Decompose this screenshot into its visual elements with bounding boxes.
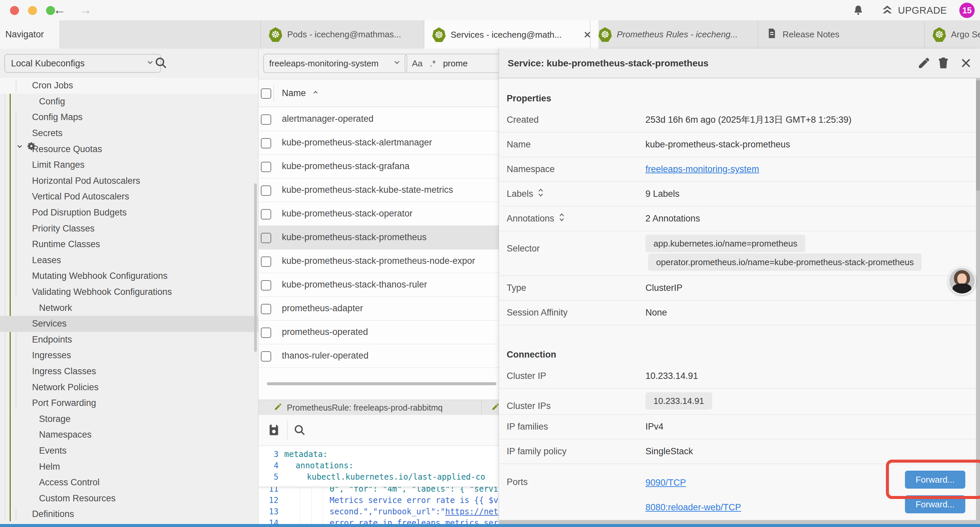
sidebar-item-validating-webhook-configurations[interactable]: Validating Webhook Configurations bbox=[0, 284, 258, 300]
sidebar-item-storage[interactable]: Storage bbox=[0, 411, 258, 427]
sidebar-item-ingress-classes[interactable]: Ingress Classes bbox=[0, 363, 258, 380]
row-checkbox[interactable] bbox=[261, 138, 271, 148]
table-row[interactable]: kube-prometheus-stack-thanos-ruler bbox=[259, 273, 499, 297]
regex-toggle[interactable]: .* bbox=[430, 58, 436, 69]
editor-search-icon[interactable] bbox=[293, 424, 306, 436]
table-row[interactable]: kube-prometheus-stack-alertmanager bbox=[259, 131, 499, 155]
traffic-light-minimize-button[interactable] bbox=[28, 6, 37, 15]
sidebar-item-cron-jobs[interactable]: Cron Jobs bbox=[0, 78, 258, 94]
sidebar-search-icon[interactable] bbox=[154, 56, 167, 69]
sidebar-item-pod-disruption-budgets[interactable]: Pod Disruption Budgets bbox=[0, 205, 258, 221]
sidebar-item-ingresses[interactable]: Ingresses bbox=[0, 347, 258, 363]
close-icon[interactable] bbox=[960, 57, 972, 69]
sidebar-item-mutating-webhook-configurations[interactable]: Mutating Webhook Configurations bbox=[0, 268, 258, 284]
window-tab-2[interactable]: ☸Services - icecheng@math... bbox=[424, 20, 598, 49]
sidebar-item-priority-classes[interactable]: Priority Classes bbox=[0, 220, 258, 236]
list-search-input[interactable]: Aa .* prome bbox=[405, 54, 499, 73]
sidebar-item-label: Config bbox=[39, 96, 65, 107]
sticky-scroll-block: 3metadata:4annotations:5kubectl.kubernet… bbox=[259, 446, 499, 487]
service-name: prometheus-adapter bbox=[282, 303, 363, 314]
sidebar-item-access-control[interactable]: Access Control bbox=[0, 474, 258, 490]
table-row[interactable]: prometheus-adapter bbox=[259, 296, 499, 320]
delete-trash-icon[interactable] bbox=[937, 57, 950, 69]
tab-label: Argo Se bbox=[951, 29, 980, 40]
upgrade-button[interactable]: UPGRADE bbox=[881, 4, 947, 17]
sidebar-item-limit-ranges[interactable]: Limit Ranges bbox=[0, 157, 258, 173]
sidebar-item-leases[interactable]: Leases bbox=[0, 253, 258, 269]
table-row[interactable]: kube-prometheus-stack-operator bbox=[259, 202, 499, 226]
expand-toggle-icon[interactable] bbox=[558, 213, 565, 224]
sidebar-item-vertical-pod-autoscalers[interactable]: Vertical Pod Autoscalers bbox=[0, 189, 258, 205]
user-avatar[interactable] bbox=[948, 267, 976, 295]
port-link[interactable]: 8080:reloader-web/TCP bbox=[646, 502, 741, 513]
sidebar-scrollbar[interactable] bbox=[254, 183, 257, 352]
horizontal-scrollbar[interactable] bbox=[267, 382, 496, 385]
row-checkbox[interactable] bbox=[261, 351, 271, 361]
notifications-bell-icon[interactable] bbox=[853, 5, 864, 16]
row-checkbox[interactable] bbox=[261, 256, 271, 267]
expand-toggle-icon[interactable] bbox=[538, 188, 544, 200]
row-checkbox[interactable] bbox=[261, 328, 271, 338]
property-label: Cluster IPs bbox=[507, 401, 551, 411]
service-name: kube-prometheus-stack-thanos-ruler bbox=[282, 280, 427, 290]
table-row[interactable]: prometheus-operated bbox=[259, 320, 499, 344]
window-tab-5[interactable]: ☸Argo Se bbox=[924, 20, 980, 49]
edit-pencil-icon[interactable] bbox=[918, 57, 930, 69]
name-column-header[interactable]: Name bbox=[282, 80, 319, 107]
editor-tab-prometheusrule[interactable]: PrometheusRule: freeleaps-prod-rabbitmq bbox=[268, 400, 482, 415]
property-label-text: Type bbox=[507, 283, 527, 293]
traffic-light-close-button[interactable] bbox=[10, 6, 19, 15]
back-arrow-icon[interactable]: ← bbox=[53, 2, 66, 18]
property-label-text: Name bbox=[507, 139, 531, 150]
kubeconfig-selector[interactable]: Local Kubeconfigs bbox=[4, 54, 161, 73]
editor-tab-partial[interactable] bbox=[485, 400, 499, 415]
window-tab-1[interactable]: ☸Pods - icecheng@mathmas... bbox=[261, 20, 432, 49]
sidebar-item-namespaces[interactable]: Namespaces bbox=[0, 427, 258, 443]
table-row[interactable]: alertmanager-operated bbox=[259, 107, 499, 131]
sidebar-item-helm[interactable]: Helm bbox=[0, 459, 258, 474]
table-row[interactable]: thanos-ruler-operated bbox=[259, 344, 499, 368]
detail-scrollbar-thumb[interactable] bbox=[976, 80, 980, 191]
namespace-filter-dropdown[interactable]: freeleaps-monitoring-system bbox=[263, 54, 407, 73]
table-row[interactable]: kube-prometheus-stack-grafana bbox=[259, 154, 499, 178]
table-row[interactable]: kube-prometheus-stack-prometheus bbox=[259, 226, 499, 250]
sidebar-item-definitions[interactable]: Definitions bbox=[0, 506, 258, 522]
window-tab-4[interactable]: Release Notes bbox=[758, 20, 932, 49]
sidebar-item-label: Leases bbox=[32, 255, 61, 266]
sidebar-item-resource-quotas[interactable]: Resource Quotas bbox=[0, 141, 258, 157]
namespace-link[interactable]: freeleaps-monitoring-system bbox=[646, 164, 759, 174]
sidebar-item-port-forwarding[interactable]: Port Forwarding bbox=[0, 395, 258, 411]
sidebar-item-horizontal-pod-autoscalers[interactable]: Horizontal Pod Autoscalers bbox=[0, 173, 258, 189]
code-line: second.","runbook_url":"https://net bbox=[329, 506, 498, 517]
row-checkbox[interactable] bbox=[261, 209, 271, 220]
sidebar-item-config-maps[interactable]: Config Maps bbox=[0, 110, 258, 126]
window-tab-3[interactable]: ☸Prometheus Rules - icecheng... bbox=[590, 20, 766, 49]
notification-count-badge[interactable]: 15 bbox=[959, 3, 975, 18]
code-link[interactable]: https://net bbox=[445, 507, 498, 516]
row-checkbox[interactable] bbox=[261, 280, 271, 291]
port-link[interactable]: 9090/TCP bbox=[646, 478, 686, 488]
sidebar-item-services[interactable]: Services bbox=[0, 316, 258, 332]
forward-arrow-icon[interactable]: → bbox=[80, 2, 92, 18]
table-row[interactable]: kube-prometheus-stack-kube-state-metrics bbox=[259, 178, 499, 202]
service-name: kube-prometheus-stack-prometheus-node-ex… bbox=[282, 256, 475, 266]
row-checkbox[interactable] bbox=[261, 233, 271, 243]
sidebar-item-secrets[interactable]: Secrets bbox=[0, 126, 258, 142]
row-checkbox[interactable] bbox=[261, 115, 271, 125]
save-icon[interactable] bbox=[267, 424, 280, 436]
sidebar-item-custom-resources[interactable]: Custom Resources bbox=[0, 490, 258, 507]
yaml-editor[interactable]: 110", "for": "4m", "labels": { "service"… bbox=[259, 446, 499, 524]
sidebar-item-runtime-classes[interactable]: Runtime Classes bbox=[0, 236, 258, 253]
row-checkbox[interactable] bbox=[261, 304, 271, 314]
sidebar-item-network[interactable]: Network bbox=[0, 300, 258, 316]
select-all-checkbox[interactable] bbox=[261, 88, 271, 99]
sidebar-item-endpoints[interactable]: Endpoints bbox=[0, 332, 258, 348]
row-checkbox[interactable] bbox=[261, 185, 271, 196]
sidebar-item-config[interactable]: Config bbox=[0, 94, 258, 110]
match-case-toggle[interactable]: Aa bbox=[412, 58, 423, 69]
row-checkbox[interactable] bbox=[261, 162, 271, 172]
sidebar-item-events[interactable]: Events bbox=[0, 443, 258, 459]
navigator-panel-tab[interactable]: Navigator bbox=[0, 20, 60, 49]
sidebar-item-network-policies[interactable]: Network Policies bbox=[0, 379, 258, 395]
table-row[interactable]: kube-prometheus-stack-prometheus-node-ex… bbox=[259, 249, 499, 273]
